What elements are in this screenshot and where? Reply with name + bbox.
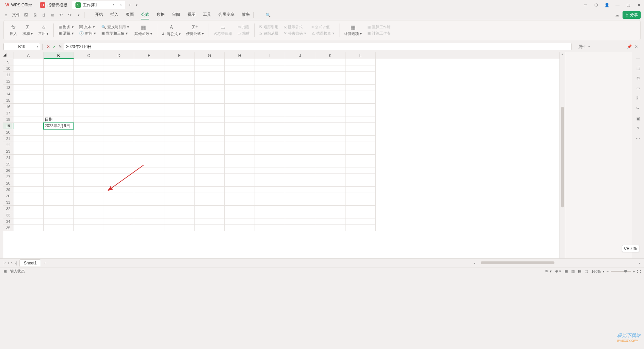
cell[interactable] — [104, 212, 134, 218]
cell[interactable] — [225, 85, 255, 91]
cell[interactable] — [44, 155, 74, 161]
cell[interactable] — [164, 180, 195, 187]
hscroll-thumb[interactable] — [481, 261, 554, 264]
cell[interactable] — [164, 193, 195, 199]
cell[interactable] — [164, 206, 195, 212]
ribbon-logic[interactable]: ▦ 逻辑 ▾ — [58, 31, 74, 36]
cell[interactable] — [345, 104, 376, 110]
row-header[interactable]: 20 — [3, 129, 13, 136]
cell[interactable] — [104, 65, 134, 72]
cell[interactable] — [104, 78, 134, 85]
cell[interactable] — [44, 142, 74, 148]
cell[interactable] — [255, 72, 285, 78]
cell[interactable] — [74, 142, 104, 148]
cell[interactable] — [285, 65, 315, 72]
cell[interactable] — [285, 110, 315, 116]
cell[interactable] — [225, 155, 255, 161]
cell[interactable] — [285, 167, 315, 174]
cell[interactable] — [345, 218, 376, 225]
cell[interactable] — [255, 123, 285, 129]
cell[interactable] — [134, 97, 164, 104]
cell[interactable] — [44, 206, 74, 212]
cell[interactable] — [225, 193, 255, 199]
cell[interactable] — [195, 174, 225, 180]
cell[interactable] — [345, 85, 376, 91]
cell[interactable] — [13, 180, 44, 187]
vertical-scrollbar[interactable]: ▴ — [559, 52, 565, 258]
cell[interactable] — [104, 167, 134, 174]
cell[interactable] — [225, 161, 255, 167]
cell[interactable] — [255, 85, 285, 91]
cell[interactable] — [285, 212, 315, 218]
cell[interactable] — [44, 199, 74, 206]
cube-icon[interactable]: ⬡ — [593, 3, 599, 7]
minimize-button[interactable]: — — [614, 3, 621, 7]
row-header[interactable]: 13 — [3, 85, 13, 91]
cell[interactable] — [74, 129, 104, 136]
cell[interactable] — [164, 218, 195, 225]
cell[interactable] — [345, 116, 376, 123]
cell[interactable] — [134, 212, 164, 218]
cell[interactable] — [104, 187, 134, 193]
cell[interactable] — [44, 225, 74, 231]
formula-bar[interactable]: 2023年2月6日 — [64, 43, 572, 50]
scroll-thumb[interactable] — [561, 107, 564, 207]
cell[interactable] — [285, 187, 315, 193]
cell[interactable] — [285, 78, 315, 85]
ribbon-sum[interactable]: Σ求和 ▾ — [20, 24, 36, 36]
ribbon-math[interactable]: ▦ 数学和三角 ▾ — [101, 31, 129, 36]
cell[interactable] — [315, 206, 345, 212]
cell[interactable] — [134, 78, 164, 85]
cell[interactable] — [74, 104, 104, 110]
cell[interactable] — [345, 136, 376, 142]
view-normal-icon[interactable]: ▦ — [565, 269, 568, 273]
cell[interactable] — [315, 123, 345, 129]
ribbon-tab-工具[interactable]: 工具 — [203, 10, 211, 19]
preview-icon[interactable]: ⎚ — [50, 12, 55, 18]
cell[interactable] — [255, 218, 285, 225]
link-icon[interactable]: ⎘ — [32, 12, 38, 18]
cell[interactable] — [255, 180, 285, 187]
cell[interactable] — [74, 167, 104, 174]
cell[interactable]: 2023年2月6日 — [44, 123, 74, 129]
cell[interactable] — [315, 65, 345, 72]
cell[interactable] — [13, 123, 44, 129]
ribbon-tab-数据[interactable]: 数据 — [157, 10, 165, 19]
cell[interactable] — [164, 129, 195, 136]
cell[interactable] — [74, 206, 104, 212]
cell[interactable] — [44, 129, 74, 136]
cell[interactable] — [255, 174, 285, 180]
row-header[interactable]: 14 — [3, 91, 13, 97]
cell[interactable] — [195, 193, 225, 199]
cell[interactable] — [225, 206, 255, 212]
cell[interactable]: 日期 — [44, 116, 74, 123]
ribbon-ai-formula[interactable]: ＡAI 写公式 ▾ — [159, 24, 183, 37]
cell[interactable] — [345, 142, 376, 148]
cell[interactable] — [345, 78, 376, 85]
cell[interactable] — [315, 129, 345, 136]
cell[interactable] — [315, 174, 345, 180]
ribbon-tab-视图[interactable]: 视图 — [187, 10, 196, 19]
cell[interactable] — [134, 104, 164, 110]
cell[interactable] — [195, 116, 225, 123]
cell[interactable] — [104, 136, 134, 142]
cell[interactable] — [255, 161, 285, 167]
cell[interactable] — [104, 104, 134, 110]
cell[interactable] — [104, 148, 134, 155]
cell[interactable] — [74, 218, 104, 225]
cell[interactable] — [164, 104, 195, 110]
chevron-down-icon[interactable]: ▾ — [37, 45, 39, 48]
cell[interactable] — [13, 116, 44, 123]
cell[interactable] — [164, 212, 195, 218]
ribbon-tab-效率[interactable]: 效率 — [242, 10, 250, 19]
toolbox-icon[interactable]: ✂ — [636, 106, 640, 111]
cell[interactable] — [164, 174, 195, 180]
row-header[interactable]: 23 — [3, 148, 13, 155]
cell[interactable] — [104, 180, 134, 187]
cell[interactable] — [345, 212, 376, 218]
share-button[interactable]: ⇪ 分享 — [623, 11, 641, 19]
cell[interactable] — [195, 136, 225, 142]
cell[interactable] — [315, 199, 345, 206]
cell[interactable] — [74, 187, 104, 193]
save-icon[interactable]: 🖫 — [23, 12, 29, 18]
